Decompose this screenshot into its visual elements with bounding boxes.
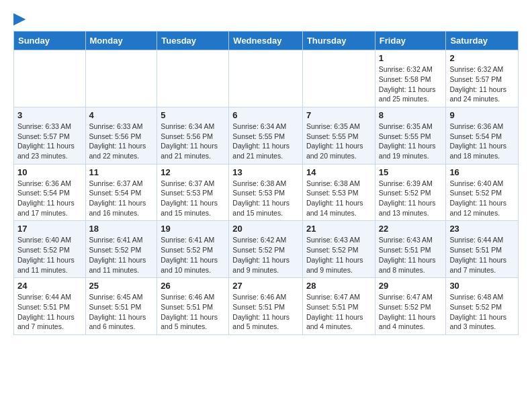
calendar-cell xyxy=(157,50,229,107)
day-number: 25 xyxy=(89,281,154,291)
calendar-cell: 14Sunrise: 6:38 AMSunset: 5:53 PMDayligh… xyxy=(302,164,375,221)
day-info: Sunrise: 6:46 AMSunset: 5:51 PMDaylight:… xyxy=(161,292,225,332)
day-number: 4 xyxy=(89,110,154,120)
day-info: Sunrise: 6:40 AMSunset: 5:52 PMDaylight:… xyxy=(449,179,515,218)
day-info: Sunrise: 6:47 AMSunset: 5:52 PMDaylight:… xyxy=(379,292,443,332)
day-info: Sunrise: 6:46 AMSunset: 5:51 PMDaylight:… xyxy=(232,292,299,332)
calendar-cell: 22Sunrise: 6:43 AMSunset: 5:51 PMDayligh… xyxy=(375,221,446,278)
day-number: 20 xyxy=(232,224,299,234)
day-number: 17 xyxy=(17,224,82,234)
page: ▶ SundayMondayTuesdayWednesdayThursdayFr… xyxy=(0,0,532,346)
calendar-cell: 21Sunrise: 6:43 AMSunset: 5:52 PMDayligh… xyxy=(302,221,375,278)
calendar-header-row: SundayMondayTuesdayWednesdayThursdayFrid… xyxy=(14,32,519,50)
day-number: 3 xyxy=(17,110,82,120)
calendar-cell xyxy=(85,50,157,107)
calendar-cell: 4Sunrise: 6:33 AMSunset: 5:56 PMDaylight… xyxy=(85,107,157,164)
day-number: 15 xyxy=(379,167,443,177)
day-info: Sunrise: 6:44 AMSunset: 5:51 PMDaylight:… xyxy=(449,235,515,275)
day-number: 18 xyxy=(89,224,154,234)
calendar-cell: 9Sunrise: 6:36 AMSunset: 5:54 PMDaylight… xyxy=(446,107,519,164)
calendar-cell: 29Sunrise: 6:47 AMSunset: 5:52 PMDayligh… xyxy=(375,278,446,335)
day-header-friday: Friday xyxy=(375,32,446,50)
calendar-cell: 3Sunrise: 6:33 AMSunset: 5:57 PMDaylight… xyxy=(14,107,86,164)
logo-text: ▶ xyxy=(13,11,25,27)
calendar-cell: 7Sunrise: 6:35 AMSunset: 5:55 PMDaylight… xyxy=(302,107,375,164)
day-header-monday: Monday xyxy=(85,32,157,50)
day-number: 12 xyxy=(161,167,225,177)
day-number: 9 xyxy=(449,110,515,120)
calendar-cell: 2Sunrise: 6:32 AMSunset: 5:57 PMDaylight… xyxy=(446,50,519,107)
day-info: Sunrise: 6:32 AMSunset: 5:57 PMDaylight:… xyxy=(449,64,515,104)
day-info: Sunrise: 6:33 AMSunset: 5:57 PMDaylight:… xyxy=(17,122,82,161)
calendar-cell: 16Sunrise: 6:40 AMSunset: 5:52 PMDayligh… xyxy=(446,164,519,221)
day-info: Sunrise: 6:38 AMSunset: 5:53 PMDaylight:… xyxy=(232,179,299,218)
calendar-cell: 30Sunrise: 6:48 AMSunset: 5:52 PMDayligh… xyxy=(446,278,519,335)
day-info: Sunrise: 6:40 AMSunset: 5:52 PMDaylight:… xyxy=(17,235,82,275)
calendar-cell xyxy=(229,50,303,107)
day-header-sunday: Sunday xyxy=(14,32,86,50)
day-info: Sunrise: 6:33 AMSunset: 5:56 PMDaylight:… xyxy=(89,122,154,161)
day-header-thursday: Thursday xyxy=(302,32,375,50)
calendar-cell: 6Sunrise: 6:34 AMSunset: 5:55 PMDaylight… xyxy=(229,107,303,164)
day-number: 7 xyxy=(306,110,371,120)
calendar-cell: 17Sunrise: 6:40 AMSunset: 5:52 PMDayligh… xyxy=(14,221,86,278)
day-number: 22 xyxy=(379,224,443,234)
day-info: Sunrise: 6:34 AMSunset: 5:56 PMDaylight:… xyxy=(161,122,225,161)
calendar-cell: 1Sunrise: 6:32 AMSunset: 5:58 PMDaylight… xyxy=(375,50,446,107)
day-number: 23 xyxy=(449,224,515,234)
day-info: Sunrise: 6:36 AMSunset: 5:54 PMDaylight:… xyxy=(449,122,515,161)
day-number: 28 xyxy=(306,281,371,291)
logo: ▶ xyxy=(13,11,25,26)
day-info: Sunrise: 6:34 AMSunset: 5:55 PMDaylight:… xyxy=(232,122,299,161)
calendar-week-row: 24Sunrise: 6:44 AMSunset: 5:51 PMDayligh… xyxy=(14,278,519,335)
calendar-cell: 10Sunrise: 6:36 AMSunset: 5:54 PMDayligh… xyxy=(14,164,86,221)
day-number: 14 xyxy=(306,167,371,177)
day-number: 5 xyxy=(161,110,225,120)
day-info: Sunrise: 6:36 AMSunset: 5:54 PMDaylight:… xyxy=(17,179,82,218)
day-info: Sunrise: 6:39 AMSunset: 5:52 PMDaylight:… xyxy=(379,179,443,218)
calendar-cell: 23Sunrise: 6:44 AMSunset: 5:51 PMDayligh… xyxy=(446,221,519,278)
calendar-week-row: 1Sunrise: 6:32 AMSunset: 5:58 PMDaylight… xyxy=(14,50,519,107)
day-number: 2 xyxy=(449,53,515,63)
calendar-cell: 24Sunrise: 6:44 AMSunset: 5:51 PMDayligh… xyxy=(14,278,86,335)
day-header-saturday: Saturday xyxy=(446,32,519,50)
day-number: 26 xyxy=(161,281,225,291)
calendar-cell: 15Sunrise: 6:39 AMSunset: 5:52 PMDayligh… xyxy=(375,164,446,221)
calendar-cell: 26Sunrise: 6:46 AMSunset: 5:51 PMDayligh… xyxy=(157,278,229,335)
day-number: 27 xyxy=(232,281,299,291)
calendar-cell xyxy=(14,50,86,107)
calendar-table: SundayMondayTuesdayWednesdayThursdayFrid… xyxy=(13,31,519,335)
day-info: Sunrise: 6:44 AMSunset: 5:51 PMDaylight:… xyxy=(17,292,82,332)
calendar-cell: 5Sunrise: 6:34 AMSunset: 5:56 PMDaylight… xyxy=(157,107,229,164)
calendar-cell: 19Sunrise: 6:41 AMSunset: 5:52 PMDayligh… xyxy=(157,221,229,278)
header: ▶ xyxy=(13,11,519,26)
day-number: 1 xyxy=(379,53,443,63)
day-header-tuesday: Tuesday xyxy=(157,32,229,50)
calendar-cell: 28Sunrise: 6:47 AMSunset: 5:51 PMDayligh… xyxy=(302,278,375,335)
day-info: Sunrise: 6:43 AMSunset: 5:51 PMDaylight:… xyxy=(379,235,443,275)
day-number: 10 xyxy=(17,167,82,177)
day-info: Sunrise: 6:32 AMSunset: 5:58 PMDaylight:… xyxy=(379,64,443,104)
day-number: 6 xyxy=(232,110,299,120)
day-number: 13 xyxy=(232,167,299,177)
calendar-cell: 20Sunrise: 6:42 AMSunset: 5:52 PMDayligh… xyxy=(229,221,303,278)
day-info: Sunrise: 6:45 AMSunset: 5:51 PMDaylight:… xyxy=(89,292,154,332)
day-header-wednesday: Wednesday xyxy=(229,32,303,50)
day-number: 24 xyxy=(17,281,82,291)
day-info: Sunrise: 6:35 AMSunset: 5:55 PMDaylight:… xyxy=(306,122,371,161)
calendar-week-row: 10Sunrise: 6:36 AMSunset: 5:54 PMDayligh… xyxy=(14,164,519,221)
day-number: 30 xyxy=(449,281,515,291)
calendar-cell: 27Sunrise: 6:46 AMSunset: 5:51 PMDayligh… xyxy=(229,278,303,335)
day-number: 21 xyxy=(306,224,371,234)
day-number: 19 xyxy=(161,224,225,234)
calendar-cell: 18Sunrise: 6:41 AMSunset: 5:52 PMDayligh… xyxy=(85,221,157,278)
calendar-cell: 11Sunrise: 6:37 AMSunset: 5:54 PMDayligh… xyxy=(85,164,157,221)
day-number: 29 xyxy=(379,281,443,291)
calendar-cell: 12Sunrise: 6:37 AMSunset: 5:53 PMDayligh… xyxy=(157,164,229,221)
day-info: Sunrise: 6:37 AMSunset: 5:53 PMDaylight:… xyxy=(161,179,225,218)
day-info: Sunrise: 6:41 AMSunset: 5:52 PMDaylight:… xyxy=(89,235,154,275)
calendar-cell: 13Sunrise: 6:38 AMSunset: 5:53 PMDayligh… xyxy=(229,164,303,221)
day-info: Sunrise: 6:43 AMSunset: 5:52 PMDaylight:… xyxy=(306,235,371,275)
day-info: Sunrise: 6:48 AMSunset: 5:52 PMDaylight:… xyxy=(449,292,515,332)
calendar-cell xyxy=(302,50,375,107)
